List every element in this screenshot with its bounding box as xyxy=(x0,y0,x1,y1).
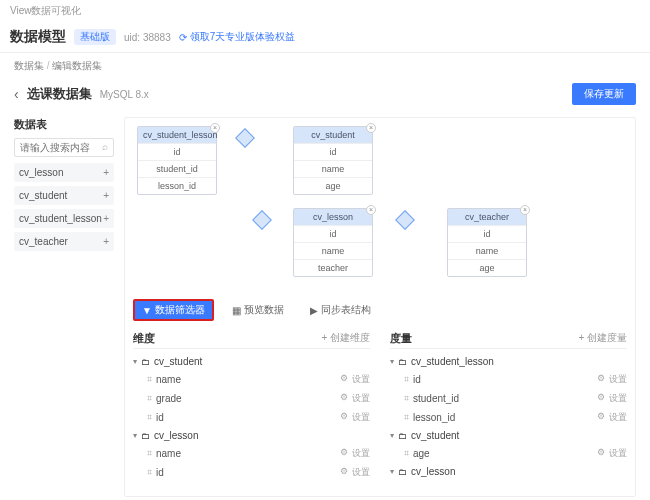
er-diagram[interactable]: cv_student_lesson×idstudent_idlesson_id … xyxy=(133,126,627,296)
tab-sync[interactable]: ▶ 同步表结构 xyxy=(302,300,379,320)
mea-title: 度量 xyxy=(390,331,412,346)
tab-preview[interactable]: ▦ 预览数据 xyxy=(224,300,292,320)
hash-icon: ⌗ xyxy=(147,412,152,423)
table-cv_teacher[interactable]: cv_teacher×idnameage xyxy=(447,208,527,277)
search-input[interactable] xyxy=(17,141,99,154)
panel-tabs: ▼ 数据筛选器 ▦ 预览数据 ▶ 同步表结构 xyxy=(133,299,627,321)
field-group[interactable]: 🗀cv_student xyxy=(133,353,370,370)
field-item[interactable]: ⌗student_id⚙设置 xyxy=(390,389,627,408)
crumb-2: 编辑数据集 xyxy=(47,60,103,71)
refresh-icon: ⟳ xyxy=(179,32,187,43)
search-box: ⌕ xyxy=(14,138,114,157)
dimensions-panel: 维度 + 创建维度 🗀cv_student⌗name⚙设置⌗grade⚙设置⌗i… xyxy=(133,329,370,482)
field-group[interactable]: 🗀cv_student xyxy=(390,427,627,444)
page-title: 数据模型 xyxy=(10,28,66,46)
table-cv_student_lesson[interactable]: cv_student_lesson×idstudent_idlesson_id xyxy=(137,126,217,195)
gear-icon[interactable]: ⚙ xyxy=(597,373,605,386)
gear-icon[interactable]: ⚙ xyxy=(340,392,348,405)
filter-icon: ▼ xyxy=(142,305,152,316)
upgrade-link[interactable]: ⟳ 领取7天专业版体验权益 xyxy=(179,30,296,44)
crumb-1[interactable]: 数据集 xyxy=(14,60,44,71)
gear-icon[interactable]: ⚙ xyxy=(597,411,605,424)
config-label[interactable]: 设置 xyxy=(609,373,627,386)
product-name: View数据可视化 xyxy=(0,0,650,22)
grid-icon: ▦ xyxy=(232,305,241,316)
plus-icon[interactable]: + xyxy=(103,167,109,178)
field-item[interactable]: ⌗age⚙设置 xyxy=(390,444,627,463)
uid-label: uid: 38883 xyxy=(124,32,171,43)
field-item[interactable]: ⌗name⚙设置 xyxy=(133,444,370,463)
hash-icon: ⌗ xyxy=(404,374,409,385)
folder-icon: 🗀 xyxy=(398,357,407,367)
field-item[interactable]: ⌗grade⚙设置 xyxy=(133,389,370,408)
close-icon[interactable]: × xyxy=(210,123,220,133)
config-label[interactable]: 设置 xyxy=(352,392,370,405)
table-item[interactable]: cv_student_lesson+ xyxy=(14,209,114,228)
sidebar: 数据表 ⌕ cv_lesson+cv_student+cv_student_le… xyxy=(14,117,114,497)
table-item[interactable]: cv_lesson+ xyxy=(14,163,114,182)
add-dimension-button[interactable]: + 创建维度 xyxy=(321,331,370,346)
hash-icon: ⌗ xyxy=(147,393,152,404)
folder-icon: 🗀 xyxy=(398,467,407,477)
close-icon[interactable]: × xyxy=(366,205,376,215)
dim-title: 维度 xyxy=(133,331,155,346)
config-label[interactable]: 设置 xyxy=(352,447,370,460)
config-label[interactable]: 设置 xyxy=(352,466,370,479)
join-icon[interactable] xyxy=(235,128,255,148)
gear-icon[interactable]: ⚙ xyxy=(340,447,348,460)
back-icon[interactable]: ‹ xyxy=(14,86,19,102)
field-group[interactable]: 🗀cv_student_lesson xyxy=(390,353,627,370)
tab-filter[interactable]: ▼ 数据筛选器 xyxy=(133,299,214,321)
config-label[interactable]: 设置 xyxy=(609,392,627,405)
hash-icon: ⌗ xyxy=(147,374,152,385)
table-cv_student[interactable]: cv_student×idnameage xyxy=(293,126,373,195)
close-icon[interactable]: × xyxy=(520,205,530,215)
table-item[interactable]: cv_student+ xyxy=(14,186,114,205)
field-item[interactable]: ⌗name⚙设置 xyxy=(133,370,370,389)
field-group[interactable]: 🗀cv_lesson xyxy=(390,463,627,480)
breadcrumb: 数据集 编辑数据集 xyxy=(0,53,650,79)
table-item[interactable]: cv_teacher+ xyxy=(14,232,114,251)
field-item[interactable]: ⌗id⚙设置 xyxy=(390,370,627,389)
gear-icon[interactable]: ⚙ xyxy=(340,411,348,424)
header: 数据模型 基础版 uid: 38883 ⟳ 领取7天专业版体验权益 xyxy=(0,22,650,53)
config-label[interactable]: 设置 xyxy=(352,373,370,386)
hash-icon: ⌗ xyxy=(147,467,152,478)
play-icon: ▶ xyxy=(310,305,318,316)
model-canvas: cv_student_lesson×idstudent_idlesson_id … xyxy=(124,117,636,497)
plus-icon[interactable]: + xyxy=(103,190,109,201)
field-item[interactable]: ⌗lesson_id⚙设置 xyxy=(390,408,627,427)
plus-icon[interactable]: + xyxy=(103,213,109,224)
join-icon[interactable] xyxy=(252,210,272,230)
folder-icon: 🗀 xyxy=(141,357,150,367)
gear-icon[interactable]: ⚙ xyxy=(340,373,348,386)
field-item[interactable]: ⌗id⚙设置 xyxy=(133,408,370,427)
plan-badge: 基础版 xyxy=(74,29,116,45)
table-cv_lesson[interactable]: cv_lesson×idnameteacher xyxy=(293,208,373,277)
config-label[interactable]: 设置 xyxy=(609,411,627,424)
save-button[interactable]: 保存更新 xyxy=(572,83,636,105)
sidebar-title: 数据表 xyxy=(14,117,114,132)
gear-icon[interactable]: ⚙ xyxy=(597,392,605,405)
upgrade-text: 领取7天专业版体验权益 xyxy=(190,30,296,44)
config-label[interactable]: 设置 xyxy=(609,447,627,460)
search-icon[interactable]: ⌕ xyxy=(99,141,111,154)
field-item[interactable]: ⌗id⚙设置 xyxy=(133,463,370,482)
db-version: MySQL 8.x xyxy=(100,89,149,100)
hash-icon: ⌗ xyxy=(147,448,152,459)
plus-icon[interactable]: + xyxy=(103,236,109,247)
hash-icon: ⌗ xyxy=(404,448,409,459)
folder-icon: 🗀 xyxy=(398,431,407,441)
field-group[interactable]: 🗀cv_lesson xyxy=(133,427,370,444)
dataset-titlebar: ‹ 选课数据集 MySQL 8.x 保存更新 xyxy=(0,79,650,109)
folder-icon: 🗀 xyxy=(141,431,150,441)
join-icon[interactable] xyxy=(395,210,415,230)
gear-icon[interactable]: ⚙ xyxy=(597,447,605,460)
gear-icon[interactable]: ⚙ xyxy=(340,466,348,479)
dataset-name: 选课数据集 xyxy=(27,85,92,103)
add-measure-button[interactable]: + 创建度量 xyxy=(578,331,627,346)
hash-icon: ⌗ xyxy=(404,412,409,423)
config-label[interactable]: 设置 xyxy=(352,411,370,424)
measures-panel: 度量 + 创建度量 🗀cv_student_lesson⌗id⚙设置⌗stude… xyxy=(390,329,627,482)
close-icon[interactable]: × xyxy=(366,123,376,133)
